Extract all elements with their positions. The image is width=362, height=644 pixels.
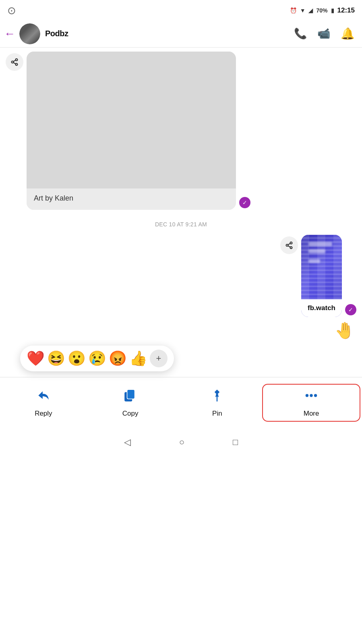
share-button-received[interactable]	[6, 53, 23, 71]
sent-message-bubble[interactable]: fb.watch	[301, 235, 342, 317]
status-bar-right: ⏰ ▼ ◢ 70% ▮ 12:15	[290, 6, 355, 14]
wave-emoji: 🤚	[335, 321, 355, 340]
blurred-line-2	[308, 249, 325, 253]
avatar[interactable]	[19, 23, 40, 44]
reaction-heart[interactable]: ❤️	[27, 350, 45, 367]
status-time: 12:15	[337, 6, 355, 14]
svg-line-3	[13, 62, 16, 64]
share-button-sent[interactable]	[280, 236, 298, 254]
link-url[interactable]: fb.watch	[301, 299, 342, 317]
read-receipt-check: ✓	[239, 197, 250, 208]
reply-label: Reply	[35, 410, 52, 418]
link-preview-image	[301, 235, 342, 299]
more-icon	[304, 388, 319, 406]
android-home-icon[interactable]: ○	[179, 437, 184, 447]
date-divider: DEC 10 AT 9:21 AM	[0, 214, 362, 233]
svg-point-14	[310, 394, 312, 397]
reaction-wow[interactable]: 😮	[68, 350, 86, 367]
svg-point-15	[314, 394, 317, 397]
back-button[interactable]: ←	[4, 27, 15, 40]
reaction-sad[interactable]: 😢	[88, 350, 106, 367]
alarm-icon: ⏰	[290, 7, 297, 14]
svg-rect-11	[127, 389, 134, 399]
link-preview-text-overlay	[308, 242, 335, 266]
nav-icons: 📞 📹 🔔	[294, 27, 355, 40]
pin-label: Pin	[212, 410, 222, 418]
copy-action[interactable]: Copy	[87, 388, 174, 418]
blurred-line-3	[308, 259, 320, 263]
reaction-thumbsup[interactable]: 👍	[129, 350, 147, 367]
android-nav-bar: ◁ ○ □	[0, 430, 362, 456]
media-caption: Art by Kalen	[27, 188, 236, 210]
reaction-tray: ❤️ 😆 😮 😢 😡 👍 +	[20, 346, 174, 371]
reaction-plus-icon: +	[156, 353, 161, 364]
video-call-icon[interactable]: 📹	[317, 27, 330, 40]
sent-read-receipt: ✓	[345, 304, 356, 315]
sent-message-row: fb.watch ✓	[0, 233, 362, 319]
reaction-angry[interactable]: 😡	[109, 350, 127, 367]
messenger-icon: ⊙	[7, 4, 16, 17]
svg-line-4	[13, 60, 16, 61]
action-bar: Reply Copy Pin More	[0, 377, 362, 430]
android-recent-icon[interactable]: □	[233, 437, 238, 447]
wave-emoji-row: 🤚	[0, 319, 362, 340]
more-label: More	[304, 410, 319, 418]
pin-action[interactable]: Pin	[174, 388, 261, 418]
avatar-image	[19, 23, 40, 44]
battery-icon: ▮	[331, 7, 334, 14]
notification-bell-icon[interactable]: 🔔	[341, 27, 355, 40]
signal-icon: ◢	[308, 7, 313, 14]
copy-icon	[123, 388, 138, 406]
media-preview-image	[27, 52, 236, 188]
received-message-row: Art by Kalen ✓	[0, 48, 362, 214]
status-bar: ⊙ ⏰ ▼ ◢ 70% ▮ 12:15	[0, 0, 362, 20]
wifi-icon: ▼	[300, 7, 306, 14]
svg-line-9	[288, 243, 290, 244]
received-message-bubble: Art by Kalen	[27, 52, 236, 210]
svg-line-8	[288, 246, 290, 247]
more-action[interactable]: More	[262, 384, 360, 422]
top-nav: ← Podbz 📞 📹 🔔	[0, 20, 362, 48]
svg-point-13	[306, 394, 308, 397]
reply-action[interactable]: Reply	[0, 388, 87, 418]
phone-call-icon[interactable]: 📞	[294, 27, 307, 40]
reply-icon	[36, 388, 51, 406]
blurred-line-1	[308, 242, 332, 246]
chat-area: Art by Kalen ✓ DEC 10 AT 9:21 AM fb.watc…	[0, 48, 362, 371]
android-back-icon[interactable]: ◁	[124, 437, 131, 447]
battery-percent: 70%	[316, 7, 327, 14]
messenger-indicator: ⊙	[7, 4, 16, 17]
copy-label: Copy	[122, 410, 139, 418]
contact-name[interactable]: Podbz	[45, 29, 294, 38]
pin-icon	[209, 388, 225, 406]
reaction-laugh[interactable]: 😆	[47, 350, 65, 367]
reaction-more-button[interactable]: +	[150, 350, 168, 367]
